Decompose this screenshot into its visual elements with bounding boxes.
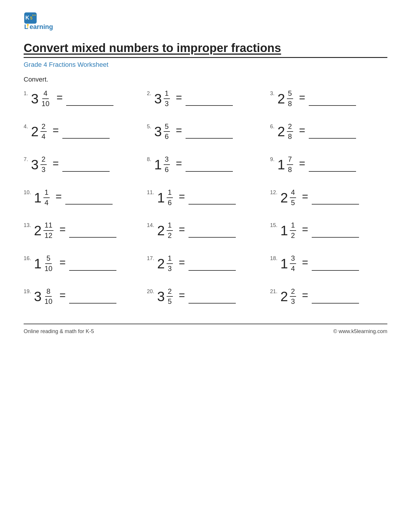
denominator: 2 — [290, 231, 296, 240]
problem-number: 18. — [270, 254, 277, 262]
answer-line[interactable] — [66, 105, 113, 106]
denominator: 8 — [287, 99, 293, 108]
numerator: 7 — [287, 155, 293, 165]
answer-line[interactable] — [186, 171, 233, 172]
denominator: 5 — [167, 297, 173, 306]
answer-line[interactable] — [62, 171, 110, 172]
answer-line[interactable] — [312, 270, 359, 271]
equals-sign: = — [299, 91, 305, 106]
problem-7: 7. 3 2 3 = — [24, 155, 141, 174]
numerator: 1 — [164, 89, 170, 99]
numerator: 2 — [287, 122, 293, 132]
numerator: 5 — [45, 254, 51, 264]
k5-learning-logo: K 5 ★★ L earning — [24, 12, 62, 33]
answer-line[interactable] — [69, 303, 116, 304]
problem-number: 10. — [24, 188, 31, 196]
problem-17: 17. 2 1 3 = — [147, 254, 264, 273]
denominator: 12 — [43, 231, 54, 240]
equals-sign: = — [302, 256, 308, 271]
problem-4: 4. 2 2 4 = — [24, 122, 141, 141]
fraction: 2 4 — [40, 122, 47, 141]
equals-sign: = — [53, 157, 59, 172]
fraction: 4 5 — [290, 188, 296, 207]
answer-line[interactable] — [312, 204, 359, 205]
whole-number: 1 — [277, 158, 285, 171]
fraction: 2 3 — [290, 287, 296, 306]
denominator: 4 — [40, 132, 47, 141]
problem-10: 10. 1 1 4 = — [24, 188, 141, 207]
fraction: 1 3 — [167, 254, 173, 273]
fraction: 4 10 — [40, 89, 51, 108]
fraction: 7 8 — [287, 155, 293, 174]
numerator: 8 — [45, 287, 51, 297]
problem-11: 11. 1 1 6 = — [147, 188, 264, 207]
denominator: 6 — [167, 198, 173, 207]
numerator: 2 — [40, 122, 47, 132]
problem-number: 9. — [270, 155, 274, 163]
svg-text:earning: earning — [30, 23, 53, 30]
denominator: 5 — [290, 198, 296, 207]
problem-number: 16. — [24, 254, 31, 262]
numerator: 4 — [290, 188, 296, 198]
denominator: 2 — [167, 231, 173, 240]
problem-number: 4. — [24, 122, 28, 130]
fraction: 1 4 — [43, 188, 50, 207]
problem-number: 7. — [24, 155, 28, 163]
fraction: 2 3 — [40, 155, 47, 174]
answer-line[interactable] — [186, 105, 233, 106]
equals-sign: = — [56, 91, 63, 106]
answer-line[interactable] — [186, 138, 233, 139]
fraction: 3 4 — [290, 254, 296, 273]
denominator: 3 — [167, 264, 173, 273]
answer-line[interactable] — [69, 237, 116, 238]
answer-line[interactable] — [189, 237, 236, 238]
fraction: 5 8 — [287, 89, 293, 108]
answer-line[interactable] — [312, 237, 359, 238]
fraction: 1 2 — [290, 221, 296, 240]
answer-line[interactable] — [65, 204, 113, 205]
fraction: 8 10 — [43, 287, 54, 306]
whole-number: 3 — [157, 290, 165, 303]
whole-number: 3 — [154, 92, 162, 106]
whole-number: 2 — [280, 290, 288, 303]
equals-sign: = — [59, 289, 66, 304]
answer-line[interactable] — [189, 270, 236, 271]
answer-line[interactable] — [189, 204, 236, 205]
denominator: 3 — [40, 165, 47, 174]
problem-number: 17. — [147, 254, 154, 262]
answer-line[interactable] — [189, 303, 236, 304]
answer-line[interactable] — [309, 105, 356, 106]
fraction: 1 2 — [167, 221, 173, 240]
denominator: 10 — [43, 297, 54, 306]
denominator: 8 — [287, 165, 293, 174]
instructions: Convert. — [24, 76, 387, 83]
equals-sign: = — [59, 223, 66, 238]
denominator: 3 — [164, 99, 170, 108]
whole-number: 1 — [280, 224, 288, 237]
page-title: Convert mixed numbers to improper fracti… — [24, 41, 387, 58]
problem-14: 14. 2 1 2 = — [147, 221, 264, 240]
answer-line[interactable] — [62, 138, 110, 139]
footer-left: Online reading & math for K-5 — [24, 328, 94, 335]
whole-number: 2 — [277, 125, 285, 138]
whole-number: 2 — [280, 191, 288, 205]
answer-line[interactable] — [309, 171, 356, 172]
equals-sign: = — [302, 190, 308, 205]
numerator: 11 — [43, 221, 54, 231]
problem-5: 5. 3 5 6 = — [147, 122, 264, 141]
whole-number: 1 — [154, 158, 162, 171]
numerator: 5 — [164, 122, 170, 132]
problem-16: 16. 1 5 10 = — [24, 254, 141, 273]
answer-line[interactable] — [69, 270, 116, 271]
problem-number: 11. — [147, 188, 154, 196]
answer-line[interactable] — [309, 138, 356, 139]
problem-number: 15. — [270, 221, 277, 228]
numerator: 1 — [167, 188, 173, 198]
whole-number: 1 — [34, 191, 42, 205]
answer-line[interactable] — [312, 303, 359, 304]
equals-sign: = — [179, 223, 185, 238]
fraction: 5 6 — [164, 122, 170, 141]
logo-area: K 5 ★★ L earning — [24, 12, 387, 33]
problem-8: 8. 1 3 6 = — [147, 155, 264, 174]
problem-number: 6. — [270, 122, 274, 130]
